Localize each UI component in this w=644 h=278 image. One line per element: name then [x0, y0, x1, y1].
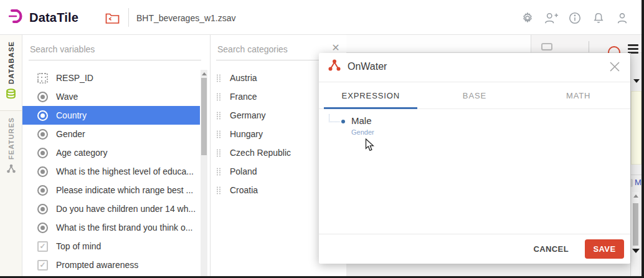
drag-handle-icon[interactable]: [216, 186, 221, 194]
dialog-footer: CANCEL SAVE: [319, 234, 630, 264]
clear-search-icon[interactable]: ✕: [330, 42, 341, 54]
category-label: Hungary: [230, 129, 263, 139]
database-icon: [6, 89, 16, 102]
scrollbar-thumb[interactable]: [633, 203, 638, 246]
settings-gear-icon[interactable]: [520, 11, 535, 26]
variable-label: Top of mind: [56, 241, 101, 251]
variable-row[interactable]: What is the first brand you think o...: [22, 218, 200, 237]
tab-expression[interactable]: EXPRESSION: [319, 82, 423, 108]
scrollbar-thumb[interactable]: [201, 78, 207, 155]
notifications-bell-icon[interactable]: [591, 11, 606, 26]
table-grid-icon: [541, 43, 552, 50]
save-button[interactable]: SAVE: [585, 239, 624, 259]
drag-handle-icon[interactable]: [216, 93, 221, 101]
variable-row[interactable]: Wave: [22, 87, 200, 106]
logo-text: DataTile: [29, 11, 78, 25]
tab-label: MATH: [566, 91, 590, 100]
tab-label: BASE: [463, 91, 486, 100]
variable-label: Gender: [56, 129, 85, 139]
top-bar: DataTile BHT_beverages_w1.zsav: [0, 0, 644, 35]
open-file-name: BHT_beverages_w1.zsav: [136, 13, 236, 23]
variables-list: RESP_ID Wave Country Gender Age category…: [22, 69, 200, 274]
mouse-cursor: [365, 138, 374, 155]
variable-label: What is the first brand you think o...: [56, 223, 192, 232]
datatile-logo[interactable]: DataTile: [9, 8, 78, 27]
dialog-tabs: EXPRESSION BASE MATH: [319, 82, 630, 109]
tab-label: EXPRESSION: [342, 91, 400, 100]
drag-handle-icon[interactable]: [216, 149, 221, 157]
tab-math[interactable]: MATH: [526, 82, 630, 108]
drag-handle-icon[interactable]: [216, 168, 221, 176]
highlighted-cells: [631, 91, 642, 165]
column-dropdown-icon[interactable]: [633, 79, 640, 83]
table-column-border: [630, 53, 631, 278]
variable-row[interactable]: Do you have children under 14 wh...: [22, 199, 200, 218]
variable-row[interactable]: Prompted awareness: [22, 256, 200, 274]
tree-node-bullet-icon: [341, 120, 345, 123]
variable-row-selected[interactable]: Country: [22, 106, 200, 125]
dialog-header: OnWater: [319, 53, 630, 82]
single-select-icon: [37, 204, 48, 214]
drag-handle-icon[interactable]: [216, 74, 221, 82]
partial-column-text: M: [635, 178, 642, 187]
dialog-title: OnWater: [348, 61, 387, 72]
single-select-icon: [37, 223, 48, 233]
variable-label: What is the highest level of educa...: [56, 166, 194, 176]
features-tab-label: FEATURES: [7, 117, 15, 160]
scroll-down-arrow-icon[interactable]: [632, 249, 640, 253]
folder-back-icon[interactable]: [105, 12, 120, 27]
variable-label: Please indicate which range best ...: [56, 185, 193, 195]
screen-edge-right: [642, 0, 644, 278]
category-label: France: [230, 92, 257, 102]
single-select-icon: [37, 110, 48, 121]
variable-label: Do you have children under 14 wh...: [56, 204, 196, 214]
variable-row[interactable]: Top of mind: [22, 237, 200, 256]
add-user-icon[interactable]: [544, 11, 559, 26]
variable-row[interactable]: RESP_ID: [22, 69, 200, 87]
category-label: Austria: [230, 73, 257, 83]
category-label: Germany: [230, 110, 266, 120]
variable-row[interactable]: Gender: [22, 125, 200, 143]
onwater-dialog: OnWater EXPRESSION BASE MATH Male Ge: [319, 53, 630, 264]
close-icon[interactable]: [607, 59, 623, 75]
toolbar-divider: [589, 41, 589, 52]
datatile-logo-icon: [9, 8, 25, 27]
variable-row[interactable]: Please indicate which range best ...: [22, 181, 200, 199]
variables-scrollbar[interactable]: [201, 70, 207, 278]
single-select-icon: [37, 185, 48, 196]
database-tab-label: DATABASE: [7, 41, 15, 84]
variable-row[interactable]: Age category: [22, 143, 200, 162]
sidebar-tab-features[interactable]: FEATURES: [0, 111, 22, 185]
single-select-icon: [37, 92, 48, 102]
variable-label: Country: [56, 110, 87, 120]
scroll-up-arrow-icon[interactable]: [202, 72, 207, 75]
multi-select-icon: [37, 241, 48, 252]
variable-label: Prompted awareness: [56, 260, 138, 270]
tree-connector: [329, 114, 339, 122]
categories-search-input[interactable]: [217, 44, 323, 54]
tab-base[interactable]: BASE: [423, 82, 527, 108]
single-select-icon: [37, 129, 48, 140]
expression-nodes-icon: [327, 58, 342, 75]
expression-editor[interactable]: Male Gender: [319, 109, 630, 234]
drag-handle-icon[interactable]: [216, 112, 221, 120]
drag-handle-icon[interactable]: [216, 130, 221, 138]
expression-node-label[interactable]: Male: [351, 115, 372, 126]
scroll-up-arrow-icon[interactable]: [633, 194, 638, 198]
workspace-toolbar-strip: [346, 35, 531, 53]
variables-search-input[interactable]: [30, 44, 174, 54]
category-label: Czech Republic: [230, 148, 291, 158]
workspace-scrollbar[interactable]: [632, 192, 639, 275]
cancel-button[interactable]: CANCEL: [533, 244, 569, 254]
profile-icon[interactable]: [615, 11, 630, 26]
info-icon[interactable]: [567, 11, 582, 26]
expression-node-variable: Gender: [351, 128, 374, 136]
variable-label: RESP_ID: [56, 73, 93, 83]
sidebar-tab-database[interactable]: DATABASE: [0, 35, 22, 111]
topbar-divider: [128, 8, 129, 27]
datatile-app: DataTile BHT_beverages_w1.zsav: [0, 0, 644, 278]
variable-row[interactable]: What is the highest level of educa...: [22, 162, 200, 181]
category-label: Croatia: [230, 185, 258, 195]
variables-search: [29, 41, 201, 60]
single-select-icon: [37, 166, 48, 177]
